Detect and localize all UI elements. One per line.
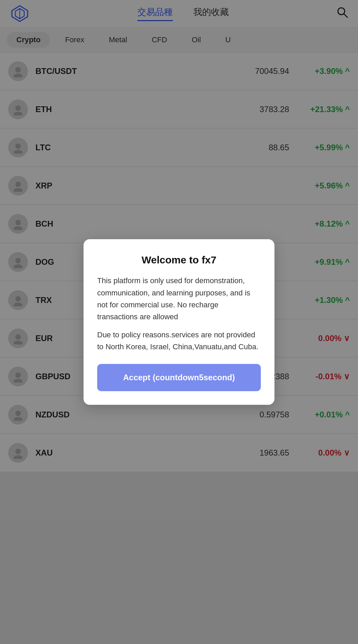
welcome-modal: Welcome to fx7 This platform is only use… [84, 239, 274, 404]
overlay: Welcome to fx7 This platform is only use… [0, 0, 358, 644]
modal-title: Welcome to fx7 [97, 254, 261, 266]
modal-body-p1: This platform is only used for demonstra… [97, 275, 261, 323]
modal-body: This platform is only used for demonstra… [97, 275, 261, 353]
accept-button[interactable]: Accept (countdown5second) [97, 364, 261, 391]
modal-body-p2: Due to policy reasons.services are not p… [97, 329, 261, 353]
